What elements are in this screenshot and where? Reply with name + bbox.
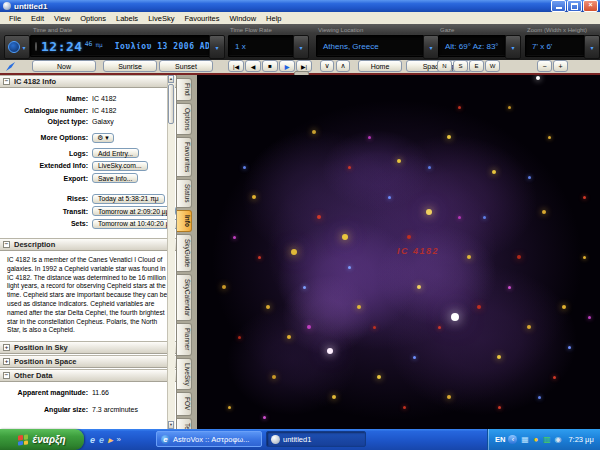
action-button[interactable]: Add Entry...: [92, 148, 139, 158]
minimize-button[interactable]: [551, 0, 566, 12]
overflow-chevron-icon[interactable]: »: [117, 435, 121, 444]
sunrise-button[interactable]: Sunrise: [103, 60, 157, 72]
scroll-down-icon[interactable]: ▼: [168, 421, 174, 429]
viewing-location-dropdown[interactable]: ▾: [423, 35, 439, 59]
gaze-display[interactable]: Alt: 69° Az: 83°: [438, 35, 506, 57]
collapse-icon[interactable]: −: [3, 78, 10, 85]
compass-button[interactable]: E: [469, 60, 484, 72]
side-tab[interactable]: Status: [177, 179, 192, 207]
start-button[interactable]: έναρξη: [0, 429, 84, 450]
zoom-value: 7' x 6': [526, 42, 552, 51]
taskbar-task-astrovox[interactable]: e AstroVox :: Αστροφω...: [156, 431, 262, 447]
quick-launch-icon[interactable]: e: [99, 435, 104, 445]
minus-icon: −: [542, 63, 546, 70]
playback-button[interactable]: ◀: [245, 60, 261, 72]
action-button[interactable]: LiveSky.com...: [92, 161, 148, 171]
language-indicator[interactable]: EN: [495, 435, 505, 444]
section-header-other-data[interactable]: − Other Data: [0, 369, 176, 382]
time-date-display[interactable]: 12:24 46 πμ Ιουλίου 13 2006 AD: [30, 35, 210, 57]
compass-button[interactable]: S: [453, 60, 468, 72]
expand-icon[interactable]: +: [3, 344, 10, 351]
taskbar-task-untitled1[interactable]: untitled1: [266, 431, 366, 447]
side-tab[interactable]: Options: [177, 103, 192, 135]
menu-item[interactable]: LiveSky: [143, 14, 179, 23]
tray-icon[interactable]: ▥: [542, 435, 551, 444]
time-date-dropdown[interactable]: ▾: [209, 35, 225, 59]
playback-button[interactable]: ▶: [279, 60, 295, 72]
side-tab[interactable]: Find: [177, 78, 192, 101]
field-label: Object type:: [0, 118, 92, 125]
more-options-button[interactable]: ⚙ ▾: [92, 133, 114, 143]
time-flow-label: Time Flow Rate: [230, 27, 272, 33]
section-header-description[interactable]: − Description: [0, 238, 176, 251]
side-tab[interactable]: Favourites: [177, 137, 192, 177]
section-header-position-space[interactable]: + Position in Space: [0, 355, 176, 368]
tray-icon[interactable]: ●: [531, 435, 540, 444]
collapse-icon[interactable]: −: [3, 372, 10, 379]
menu-item[interactable]: View: [49, 14, 75, 23]
menu-item[interactable]: Favourites: [179, 14, 224, 23]
action-button[interactable]: Save Info...: [92, 173, 138, 183]
menu-item[interactable]: Options: [75, 14, 111, 23]
menu-item[interactable]: Labels: [111, 14, 143, 23]
menu-item[interactable]: Help: [261, 14, 286, 23]
now-button[interactable]: Now: [32, 60, 96, 72]
side-tab[interactable]: Telescope: [177, 418, 192, 429]
restore-icon: [571, 3, 578, 10]
time-flow-dropdown[interactable]: ▾: [293, 35, 309, 59]
panel-scrollbar[interactable]: ▲ ▼: [167, 75, 175, 429]
taskbar-clock[interactable]: 7:23 μμ: [568, 435, 593, 444]
side-tab[interactable]: SkyGuide: [177, 234, 192, 272]
menu-item[interactable]: Window: [224, 14, 261, 23]
collapse-icon[interactable]: −: [3, 241, 10, 248]
section-header-position-sky[interactable]: + Position in Sky: [0, 341, 176, 354]
zoom-in-button[interactable]: +: [553, 60, 568, 72]
tray-icon[interactable]: ◉: [553, 435, 562, 444]
playback-button[interactable]: ■: [262, 60, 278, 72]
object-label[interactable]: IC 4182: [397, 246, 439, 256]
scrollbar-thumb[interactable]: [168, 84, 174, 124]
side-tab[interactable]: FOV: [177, 392, 192, 415]
side-tab[interactable]: SkyCalendar: [177, 274, 192, 321]
section-header-info[interactable]: − IC 4182 Info: [0, 75, 176, 88]
time-globe-button[interactable]: ▾: [4, 35, 30, 59]
tray-icon[interactable]: ▦: [520, 435, 529, 444]
field-label: Angular size:: [0, 406, 92, 413]
compass-button[interactable]: N: [437, 60, 452, 72]
time-flow-display[interactable]: 1 x: [228, 35, 294, 57]
gaze-dropdown[interactable]: ▾: [505, 35, 521, 59]
scroll-up-icon[interactable]: ▲: [168, 75, 174, 83]
quick-launch-icon[interactable]: ▸: [108, 435, 113, 445]
sunset-button[interactable]: Sunset: [159, 60, 213, 72]
globe-icon: [8, 41, 20, 53]
zoom-out-button[interactable]: −: [537, 60, 552, 72]
compass-button[interactable]: W: [485, 60, 500, 72]
quick-launch-icon[interactable]: e: [90, 435, 95, 445]
tray-chevron-icon[interactable]: ‹: [508, 435, 517, 444]
title-bar[interactable]: untitled1 ×: [0, 0, 600, 12]
side-tab[interactable]: Info: [177, 210, 192, 232]
star: [413, 356, 416, 359]
nebula-blob: [282, 275, 372, 355]
time-step-up-button[interactable]: ∧: [336, 60, 350, 72]
menu-item[interactable]: Edit: [26, 14, 49, 23]
menu-item[interactable]: File: [4, 14, 26, 23]
viewing-location-display[interactable]: Athens, Greece: [316, 35, 424, 57]
close-button[interactable]: ×: [583, 0, 598, 12]
time-button[interactable]: Today at 5:38:21 πμ: [92, 194, 165, 204]
restore-button[interactable]: [567, 0, 582, 12]
star: [263, 416, 266, 419]
time-button[interactable]: Tomorrow at 10:40:20 μμ: [92, 219, 177, 229]
expand-icon[interactable]: +: [3, 358, 10, 365]
application-window: untitled1 × FileEditViewOptionsLabelsLiv…: [0, 0, 600, 450]
zoom-display[interactable]: 7' x 6': [525, 35, 585, 57]
zoom-dropdown[interactable]: ▾: [584, 35, 600, 59]
time-step-down-button[interactable]: ∨: [320, 60, 334, 72]
time-button[interactable]: Tomorrow at 2:09:20 μμ: [92, 206, 176, 216]
side-tab[interactable]: LiveSky: [177, 358, 192, 391]
sky-view[interactable]: IC 4182: [197, 75, 600, 429]
playback-button[interactable]: |◀: [228, 60, 244, 72]
side-tab[interactable]: Planner: [177, 323, 192, 355]
ampm-value: πμ: [95, 41, 102, 48]
home-button[interactable]: Home: [358, 60, 402, 72]
